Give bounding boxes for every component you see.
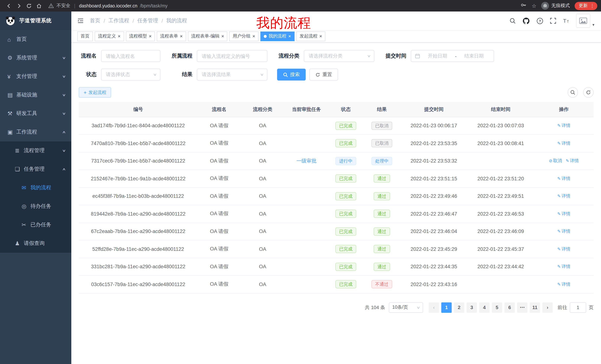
cancel-button[interactable]: ⊘取消 — [549, 158, 562, 164]
cell-id: 7317cec6-7b9b-11ec-b5b7-acde48001122 — [79, 152, 198, 170]
page-button-2[interactable]: 2 — [454, 302, 464, 313]
browser-menu-icon[interactable]: ⋮ — [590, 3, 595, 9]
sidebar-item-home[interactable]: ⌂首页 — [0, 30, 71, 49]
next-page-button[interactable]: › — [542, 302, 553, 313]
close-icon[interactable]: × — [180, 34, 182, 38]
page-size-select[interactable]: 10条/页 ∨ — [389, 302, 423, 313]
close-icon[interactable]: × — [118, 34, 120, 38]
tab-流程表单[interactable]: 流程表单× — [157, 31, 186, 41]
breadcrumb: 首页/工作流程/任务管理/我的流程 — [90, 18, 187, 24]
detail-button[interactable]: ✎详情 — [557, 246, 570, 252]
close-icon[interactable]: × — [149, 34, 151, 38]
address-bar[interactable]: 不安全 | dashboard.yudao.iocoder.cn/bpm/tas… — [48, 3, 521, 9]
toggle-search-button[interactable] — [567, 87, 578, 98]
app-logo[interactable]: 芋道管理系统 — [0, 11, 71, 30]
search-icon[interactable] — [509, 18, 516, 24]
cell-actions: ✎详情 — [534, 170, 594, 187]
close-icon[interactable]: × — [221, 34, 224, 38]
sidebar-item-todo-task[interactable]: ◎待办任务 — [0, 197, 71, 216]
tab-流程模型[interactable]: 流程模型× — [126, 31, 155, 41]
close-icon[interactable]: × — [288, 34, 291, 38]
dev-tools-icon: ⚒ — [7, 110, 16, 117]
sidebar-item-infrastructure[interactable]: ▤基础设施∨ — [0, 86, 71, 104]
breadcrumb-item[interactable]: 首页 — [90, 18, 100, 24]
process-name-input[interactable] — [101, 50, 160, 62]
sidebar-item-my-process[interactable]: ✉我的流程 — [0, 179, 71, 197]
fullscreen-icon[interactable] — [550, 18, 556, 24]
page-button-6[interactable]: 6 — [504, 302, 515, 313]
cell-status: 已完成 — [328, 170, 363, 187]
process-definition-input[interactable] — [197, 50, 267, 62]
table-row: 331bc281-7b9a-11ec-a290-acde48001122OA 请… — [79, 258, 594, 276]
font-size-icon[interactable]: TT — [563, 18, 570, 24]
prev-page-button[interactable]: ‹ — [429, 302, 439, 313]
breadcrumb-separator: / — [161, 18, 163, 24]
filter-process-name: 流程名 — [79, 50, 160, 62]
password-key-icon[interactable] — [521, 2, 527, 10]
forward-icon[interactable] — [14, 1, 24, 11]
back-icon[interactable] — [4, 1, 14, 11]
detail-button[interactable]: ✎详情 — [557, 123, 570, 129]
url-host: dashboard.yudao.iocoder.cn — [79, 3, 137, 8]
result-select[interactable]: 请选择流结果 ∨ — [197, 69, 267, 80]
page-button-1[interactable]: 1 — [441, 302, 452, 313]
refresh-table-button[interactable] — [583, 87, 594, 98]
detail-button[interactable]: ✎详情 — [566, 158, 579, 164]
reload-icon[interactable] — [24, 1, 34, 11]
detail-button[interactable]: ✎详情 — [557, 175, 570, 182]
process-definition-label: 所属流程 — [170, 53, 192, 59]
cell-category: OA — [241, 170, 285, 187]
column-header: 操作 — [534, 102, 594, 117]
sidebar-item-dev-tools[interactable]: ⚒研发工具∨ — [0, 104, 71, 123]
home-icon[interactable] — [34, 1, 44, 11]
pagination-ellipsis[interactable]: ⋯ — [517, 302, 527, 313]
breadcrumb-item[interactable]: 工作流程 — [109, 18, 129, 24]
create-process-button[interactable]: + 发起流程 — [79, 87, 111, 98]
detail-button[interactable]: ✎详情 — [557, 211, 570, 217]
page-button-4[interactable]: 4 — [479, 302, 490, 313]
page-button-3[interactable]: 3 — [467, 302, 477, 313]
detail-button[interactable]: ✎详情 — [557, 281, 570, 287]
bookmark-star-icon[interactable]: ☆ — [532, 3, 536, 9]
sidebar-item-done-task[interactable]: ✂已办任务 — [0, 216, 71, 234]
goto-page-input[interactable] — [570, 302, 586, 313]
sidebar-item-payment-management[interactable]: ¥支付管理∨ — [0, 67, 71, 86]
page-button-11[interactable]: 11 — [530, 302, 540, 313]
svg-text:T: T — [563, 18, 566, 24]
detail-button[interactable]: ✎详情 — [557, 140, 570, 147]
breadcrumb-item[interactable]: 任务管理 — [137, 18, 158, 24]
close-icon[interactable]: × — [252, 34, 255, 38]
page-button-5[interactable]: 5 — [492, 302, 502, 313]
status-select[interactable]: 请选择状态 ∨ — [101, 69, 160, 80]
current-task-link[interactable]: 一级审批 — [296, 158, 316, 164]
tab-我的流程[interactable]: 我的流程× — [260, 31, 294, 41]
update-button[interactable]: 更新 ⋮ — [575, 2, 597, 10]
sidebar-item-workflow[interactable]: ▣工作流程∧ — [0, 123, 71, 141]
help-icon[interactable]: ? — [536, 17, 543, 24]
sidebar-item-process-management[interactable]: ≣流程管理∨ — [0, 141, 71, 160]
sidebar-item-system-management[interactable]: ⚙系统管理∨ — [0, 49, 71, 67]
close-icon[interactable]: × — [319, 34, 322, 38]
detail-button[interactable]: ✎详情 — [557, 264, 570, 270]
tab-用户分组[interactable]: 用户分组× — [229, 31, 259, 41]
user-menu[interactable]: ▼ — [576, 14, 595, 28]
breadcrumb-separator: / — [104, 18, 105, 24]
tab-发起流程[interactable]: 发起流程× — [296, 31, 325, 41]
sidebar-item-task-management[interactable]: ❏任务管理∧ — [0, 160, 71, 179]
detail-button[interactable]: ✎详情 — [557, 228, 570, 235]
reset-button[interactable]: 重置 — [310, 69, 338, 80]
github-icon[interactable] — [522, 17, 530, 25]
tab-流程表单-编辑[interactable]: 流程表单-编辑× — [188, 31, 228, 41]
cell-actions: ✎详情 — [534, 223, 594, 240]
security-label[interactable]: 不安全 — [56, 3, 70, 9]
detail-button[interactable]: ✎详情 — [557, 193, 570, 200]
tab-流程定义[interactable]: 流程定义× — [95, 31, 124, 41]
search-button[interactable]: 搜索 — [277, 69, 306, 80]
category-select[interactable]: 请选择流程分类 ∨ — [304, 50, 374, 62]
status-label: 状态 — [79, 71, 97, 78]
tab-首页[interactable]: 首页 — [77, 31, 93, 41]
avatar[interactable] — [576, 14, 590, 28]
sidebar-item-leave-query[interactable]: ♟请假查询 — [0, 234, 71, 253]
collapse-sidebar-icon[interactable] — [77, 18, 84, 24]
submit-time-range-picker[interactable]: 开始日期 - 结束日期 — [411, 50, 494, 62]
